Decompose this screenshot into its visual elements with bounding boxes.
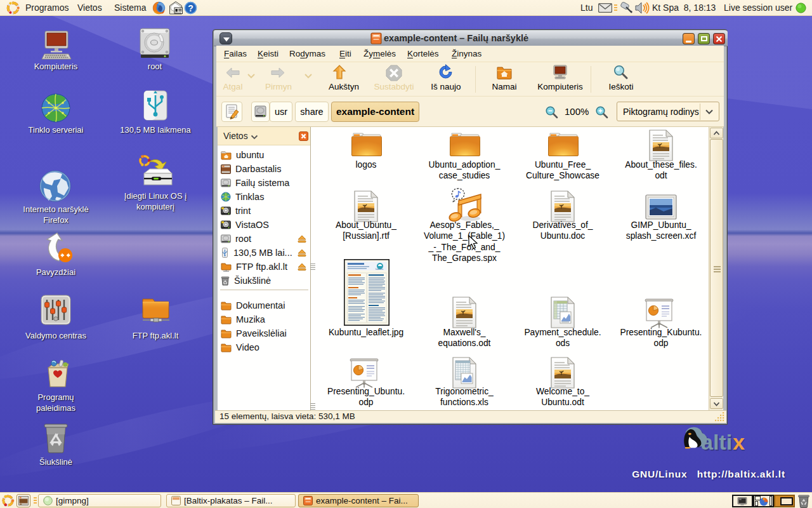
- svg-text:?: ?: [188, 3, 193, 13]
- svg-text:alti: alti: [701, 430, 732, 454]
- svg-text:x: x: [733, 430, 745, 454]
